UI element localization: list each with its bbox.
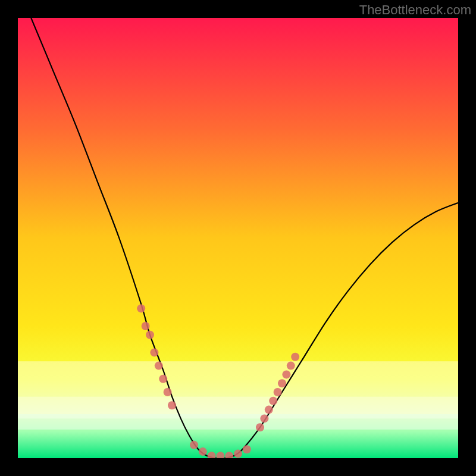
marker-dot	[256, 423, 264, 431]
marker-dot	[269, 397, 277, 405]
marker-dot	[159, 375, 167, 383]
marker-dot	[150, 348, 158, 356]
watermark-text: TheBottleneck.com	[359, 2, 471, 18]
bottleneck-chart	[18, 18, 458, 458]
chart-frame	[18, 18, 458, 458]
marker-dot	[291, 353, 299, 361]
marker-dot	[260, 414, 268, 422]
marker-dot	[190, 441, 198, 449]
marker-dot	[243, 445, 251, 453]
marker-dot	[234, 450, 242, 458]
svg-rect-2	[18, 414, 458, 430]
marker-dot	[164, 388, 172, 396]
glow-bands	[18, 361, 458, 430]
marker-dot	[137, 304, 145, 312]
marker-dot	[278, 379, 286, 387]
marker-dot	[287, 362, 295, 370]
marker-dot	[142, 322, 150, 330]
marker-dot	[155, 362, 163, 370]
marker-dot	[146, 331, 154, 339]
marker-dot	[282, 370, 290, 378]
marker-dot	[199, 447, 207, 456]
marker-dot	[274, 388, 282, 396]
marker-dot	[168, 401, 176, 409]
svg-rect-0	[18, 361, 458, 396]
marker-dot	[265, 406, 273, 414]
